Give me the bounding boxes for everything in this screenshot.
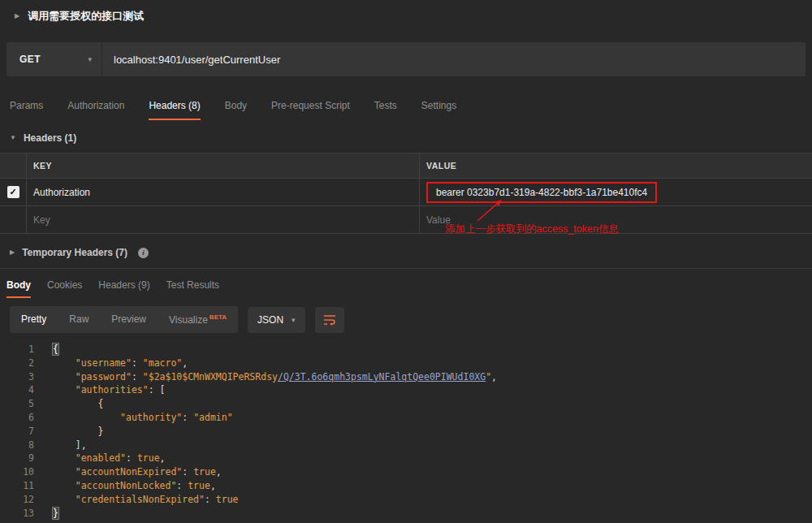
new-key-input[interactable]: Key	[27, 206, 420, 233]
code-line-content: "enabled": true,	[53, 452, 166, 465]
code-line-content: }	[53, 425, 103, 439]
view-switcher: Pretty Raw Preview VisualizeBETA	[10, 306, 238, 333]
code-line-content: ],	[53, 439, 87, 452]
line-number: 11	[5, 479, 34, 493]
visualize-label: Visualize	[169, 314, 208, 326]
code-line-content: }	[53, 507, 58, 521]
key-column-header: KEY	[27, 153, 420, 178]
chevron-down-icon: ▾	[292, 316, 296, 324]
response-tab-headers[interactable]: Headers (9)	[98, 274, 149, 298]
access-token-value: bearer 0323b7d1-319a-4822-bbf3-1a71be410…	[426, 182, 657, 203]
tab-pre-request-script[interactable]: Pre-request Script	[271, 93, 350, 120]
new-header-row: Key Value	[0, 206, 812, 234]
request-title: 调用需要授权的接口测试	[28, 9, 144, 24]
checkmark-icon: ✓	[9, 187, 16, 197]
code-lines: 1{2 "username": "macro",3 "password": "$…	[5, 343, 812, 520]
code-line: 1{	[5, 343, 812, 357]
response-toolbar: Pretty Raw Preview VisualizeBETA JSON ▾	[0, 306, 812, 333]
section-divider	[0, 268, 812, 269]
code-line: 3 "password": "$2a$10$CMnWXMQIPeRSRdsy/Q…	[5, 370, 812, 384]
code-line-content: "username": "macro",	[53, 357, 188, 370]
code-line-content: "authorities": [	[53, 383, 166, 397]
line-number: 3	[5, 370, 34, 384]
code-line-content: {	[53, 343, 58, 357]
response-tab-test-results[interactable]: Test Results	[166, 274, 219, 298]
line-number: 9	[5, 452, 34, 465]
table-header-row: KEY VALUE	[0, 153, 812, 179]
tab-body[interactable]: Body	[225, 93, 247, 120]
temporary-headers-title: Temporary Headers (7)	[22, 247, 127, 258]
response-body-code: 1{2 "username": "macro",3 "password": "$…	[0, 343, 812, 520]
headers-section-toggle[interactable]: ▼ Headers (1)	[0, 130, 812, 146]
tab-headers[interactable]: Headers (8)	[149, 93, 200, 120]
tab-params[interactable]: Params	[10, 93, 43, 120]
method-select[interactable]: GET ▾	[6, 42, 102, 76]
raw-button[interactable]: Raw	[58, 306, 100, 333]
format-label: JSON	[257, 314, 283, 326]
line-number: 4	[5, 383, 34, 397]
request-bar: GET ▾	[0, 32, 812, 86]
tab-tests[interactable]: Tests	[374, 93, 397, 120]
beta-badge: BETA	[209, 313, 227, 321]
code-line-content: "accountNonExpired": true,	[53, 465, 222, 479]
info-icon[interactable]: i	[138, 248, 149, 258]
wrap-text-icon	[323, 314, 336, 326]
line-number: 5	[5, 397, 34, 411]
code-line: 5 {	[5, 397, 812, 411]
code-line: 8 ],	[5, 439, 812, 452]
line-number: 10	[5, 465, 34, 479]
headers-section-title: Headers (1)	[24, 132, 76, 144]
code-line: 6 "authority": "admin"	[5, 411, 812, 425]
code-line: 9 "enabled": true,	[5, 452, 812, 465]
code-line: 4 "authorities": [	[5, 383, 812, 397]
header-key-cell[interactable]: Authorization	[27, 179, 420, 205]
chevron-down-icon: ▾	[88, 55, 92, 63]
select-all-cell[interactable]	[0, 153, 27, 178]
caret-right-icon: ▶	[10, 249, 15, 256]
annotation-note: 添加上一步获取到的access_token信息	[445, 223, 619, 236]
annotation-arrow-icon	[471, 197, 512, 224]
app-root: ▶ 调用需要授权的接口测试 GET ▾ Params Authorization…	[0, 0, 812, 523]
headers-table: KEY VALUE ✓ Authorization bearer 0323b7d…	[0, 153, 812, 234]
checkbox-cell: ✓	[0, 179, 27, 205]
visualize-button[interactable]: VisualizeBETA	[158, 306, 238, 333]
code-line-content: "password": "$2a$10$CMnWXMQIPeRSRdsy/Q/3…	[53, 370, 497, 384]
request-title-toggle[interactable]: ▶ 调用需要授权的接口测试	[0, 0, 812, 32]
table-row: ✓ Authorization bearer 0323b7d1-319a-482…	[0, 179, 812, 206]
code-line: 10 "accountNonExpired": true,	[5, 465, 812, 479]
method-label: GET	[19, 54, 41, 65]
value-column-header: VALUE	[420, 153, 812, 178]
line-number: 13	[5, 507, 34, 521]
preview-button[interactable]: Preview	[100, 306, 158, 333]
tab-settings[interactable]: Settings	[421, 93, 456, 120]
line-number: 12	[5, 493, 34, 507]
caret-down-icon: ▼	[10, 135, 16, 141]
response-tabs: Body Cookies Headers (9) Test Results	[0, 274, 812, 298]
tab-authorization[interactable]: Authorization	[67, 93, 124, 120]
code-line-content: {	[53, 397, 103, 411]
code-line-content: "credentialsNonExpired": true	[53, 493, 239, 507]
code-line: 13}	[5, 507, 812, 521]
response-tab-body[interactable]: Body	[6, 274, 31, 298]
wrap-text-button[interactable]	[315, 307, 344, 333]
code-line-content: "authority": "admin"	[53, 411, 233, 425]
code-line: 2 "username": "macro",	[5, 357, 812, 370]
line-number: 8	[5, 439, 34, 452]
url-input[interactable]	[102, 42, 806, 76]
pretty-button[interactable]: Pretty	[10, 306, 58, 333]
checkbox-cell-empty	[0, 206, 27, 233]
code-line-content: "accountNonLocked": true,	[53, 479, 216, 493]
code-line: 7 }	[5, 425, 812, 439]
caret-right-icon: ▶	[15, 13, 19, 19]
format-select[interactable]: JSON ▾	[248, 307, 305, 333]
code-line: 12 "credentialsNonExpired": true	[5, 493, 812, 507]
response-tab-cookies[interactable]: Cookies	[47, 274, 82, 298]
temporary-headers-toggle[interactable]: ▶ Temporary Headers (7) i	[0, 245, 812, 260]
line-number: 6	[5, 411, 34, 425]
request-tabs: Params Authorization Headers (8) Body Pr…	[0, 93, 812, 120]
row-checkbox[interactable]: ✓	[7, 186, 19, 198]
code-line: 11 "accountNonLocked": true,	[5, 479, 812, 493]
line-number: 7	[5, 425, 34, 439]
line-number: 2	[5, 357, 34, 370]
line-number: 1	[5, 343, 34, 357]
